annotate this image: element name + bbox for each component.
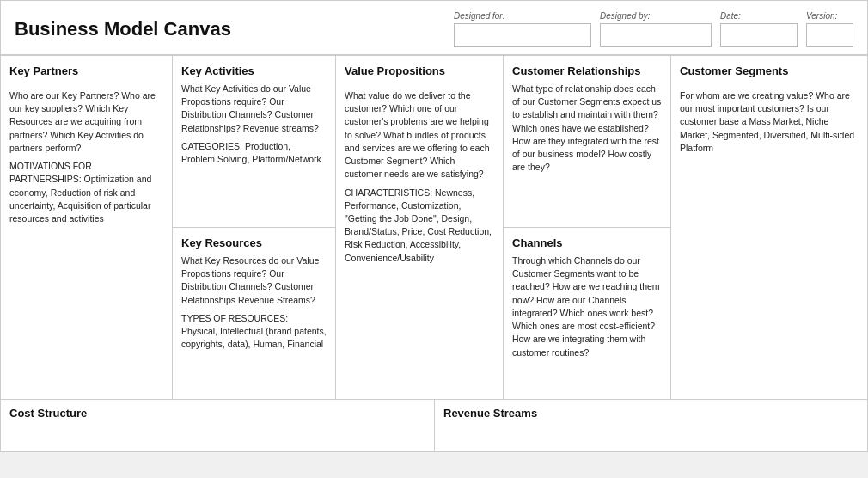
date-label: Date: bbox=[720, 11, 798, 21]
channels-section: Channels Through which Channels do our C… bbox=[504, 228, 670, 399]
designed-for-input[interactable] bbox=[454, 23, 591, 47]
version-input[interactable] bbox=[806, 23, 853, 47]
designed-by-field: Designed by: bbox=[600, 11, 712, 47]
key-resources-p2: TYPES OF RESOURCES: Physical, Intellectu… bbox=[181, 312, 327, 352]
customer-segments-p1: For whom are we creating value? Who are … bbox=[680, 89, 859, 155]
key-resources-text: What Key Resources do our Value Proposit… bbox=[181, 254, 327, 352]
key-resources-section: Key Resources What Key Resources do our … bbox=[173, 228, 335, 399]
canvas-top: Key Partners Who are our Key Partners? W… bbox=[1, 56, 867, 400]
relationships-channels-column: Customer Relationships What type of rela… bbox=[504, 56, 671, 399]
canvas: Key Partners Who are our Key Partners? W… bbox=[1, 55, 867, 451]
canvas-bottom: Cost Structure Revenue Streams bbox=[1, 400, 867, 451]
key-resources-title: Key Resources bbox=[181, 236, 327, 249]
activities-resources-column: Key Activities What Key Activities do ou… bbox=[173, 56, 336, 399]
value-propositions-section: Value Propositions What value do we deli… bbox=[336, 56, 504, 399]
customer-segments-title: Customer Segments bbox=[680, 64, 859, 77]
designed-for-field: Designed for: bbox=[454, 11, 591, 47]
key-partners-p1: Who are our Key Partners? Who are our ke… bbox=[9, 89, 163, 155]
designed-by-label: Designed by: bbox=[600, 11, 712, 21]
version-field: Version: bbox=[806, 11, 853, 47]
key-activities-p1: What Key Activities do our Value Proposi… bbox=[181, 83, 327, 135]
channels-p1: Through which Channels do our Customer S… bbox=[512, 254, 662, 359]
value-propositions-title: Value Propositions bbox=[345, 64, 494, 77]
value-propositions-text: What value do we deliver to the customer… bbox=[345, 89, 494, 265]
customer-segments-text: For whom are we creating value? Who are … bbox=[680, 89, 859, 155]
date-input[interactable] bbox=[720, 23, 798, 47]
key-partners-p2: MOTIVATIONS FOR PARTNERSHIPS: Optimizati… bbox=[9, 160, 163, 225]
key-partners-title: Key Partners bbox=[9, 64, 163, 77]
customer-relationships-text: What type of relationship does each of o… bbox=[512, 83, 662, 175]
key-activities-title: Key Activities bbox=[181, 64, 327, 77]
header-fields: Designed for: Designed by: Date: Version… bbox=[257, 11, 853, 47]
revenue-streams-section: Revenue Streams bbox=[435, 400, 867, 451]
value-propositions-p1: What value do we deliver to the customer… bbox=[345, 89, 494, 181]
customer-segments-section: Customer Segments For whom are we creati… bbox=[671, 56, 867, 399]
designed-for-label: Designed for: bbox=[454, 11, 591, 21]
key-activities-p2: CATEGORIES: Production, Problem Solving,… bbox=[181, 140, 327, 166]
channels-title: Channels bbox=[512, 236, 662, 249]
page: Business Model Canvas Designed for: Desi… bbox=[0, 0, 868, 452]
date-field: Date: bbox=[720, 11, 798, 47]
revenue-streams-title: Revenue Streams bbox=[443, 407, 859, 420]
customer-relationships-p1: What type of relationship does each of o… bbox=[512, 83, 662, 175]
cost-structure-title: Cost Structure bbox=[9, 407, 425, 420]
cost-structure-section: Cost Structure bbox=[1, 400, 435, 451]
page-title: Business Model Canvas bbox=[15, 18, 231, 40]
channels-text: Through which Channels do our Customer S… bbox=[512, 254, 662, 359]
customer-relationships-title: Customer Relationships bbox=[512, 64, 662, 77]
designed-by-input[interactable] bbox=[600, 23, 712, 47]
value-propositions-p2: CHARACTERISTICS: Newness, Performance, C… bbox=[345, 187, 494, 265]
key-resources-p1: What Key Resources do our Value Proposit… bbox=[181, 254, 327, 307]
key-partners-section: Key Partners Who are our Key Partners? W… bbox=[1, 56, 173, 399]
version-label: Version: bbox=[806, 11, 853, 21]
key-activities-section: Key Activities What Key Activities do ou… bbox=[173, 56, 335, 228]
key-activities-text: What Key Activities do our Value Proposi… bbox=[181, 83, 327, 166]
key-partners-text: Who are our Key Partners? Who are our ke… bbox=[9, 89, 163, 225]
header: Business Model Canvas Designed for: Desi… bbox=[1, 1, 867, 55]
customer-relationships-section: Customer Relationships What type of rela… bbox=[504, 56, 670, 228]
